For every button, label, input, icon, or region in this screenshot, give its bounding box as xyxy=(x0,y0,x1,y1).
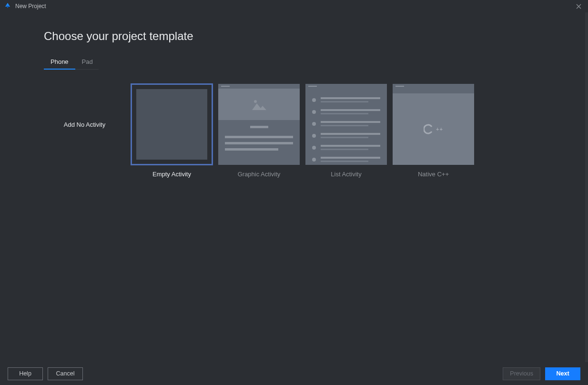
close-button[interactable] xyxy=(573,0,584,12)
template-empty-activity[interactable]: Empty Activity xyxy=(131,84,213,178)
tab-pad[interactable]: Pad xyxy=(75,55,100,69)
svg-point-0 xyxy=(254,100,257,103)
template-list-activity[interactable]: List Activity xyxy=(305,84,387,178)
template-preview-none: Add No Activity xyxy=(44,84,125,165)
scrollbar-track[interactable] xyxy=(585,12,588,362)
window-title: New Project xyxy=(15,3,46,10)
template-caption: Graphic Activity xyxy=(238,171,281,178)
template-graphic-activity[interactable]: Graphic Activity xyxy=(218,84,300,178)
cancel-button[interactable]: Cancel xyxy=(48,367,83,380)
app-icon xyxy=(4,2,11,10)
template-label: Add No Activity xyxy=(64,121,105,128)
template-native-cpp[interactable]: ++ Native C++ xyxy=(393,84,474,178)
cpp-icon: ++ xyxy=(424,124,443,134)
template-preview-list xyxy=(305,84,387,165)
template-caption: Empty Activity xyxy=(152,171,191,178)
tabs: Phone Pad xyxy=(44,55,99,70)
template-caption: Native C++ xyxy=(418,171,449,178)
help-button[interactable]: Help xyxy=(8,367,43,380)
footer: Help Cancel Previous Next xyxy=(0,362,588,385)
page-title: Choose your project template xyxy=(44,30,544,43)
template-grid: Add No Activity Empty Activity xyxy=(44,84,544,178)
titlebar: New Project xyxy=(0,0,588,12)
template-preview-graphic xyxy=(218,84,300,165)
template-preview-empty xyxy=(131,84,213,165)
template-preview-native-cpp: ++ xyxy=(393,84,474,165)
close-icon xyxy=(576,4,581,9)
previous-button: Previous xyxy=(503,367,540,380)
template-caption: List Activity xyxy=(331,171,361,178)
template-add-no-activity[interactable]: Add No Activity xyxy=(44,84,125,165)
next-button[interactable]: Next xyxy=(545,367,580,380)
content-area: Choose your project template Phone Pad A… xyxy=(0,12,588,362)
tab-phone[interactable]: Phone xyxy=(44,55,75,69)
image-icon xyxy=(252,99,266,110)
